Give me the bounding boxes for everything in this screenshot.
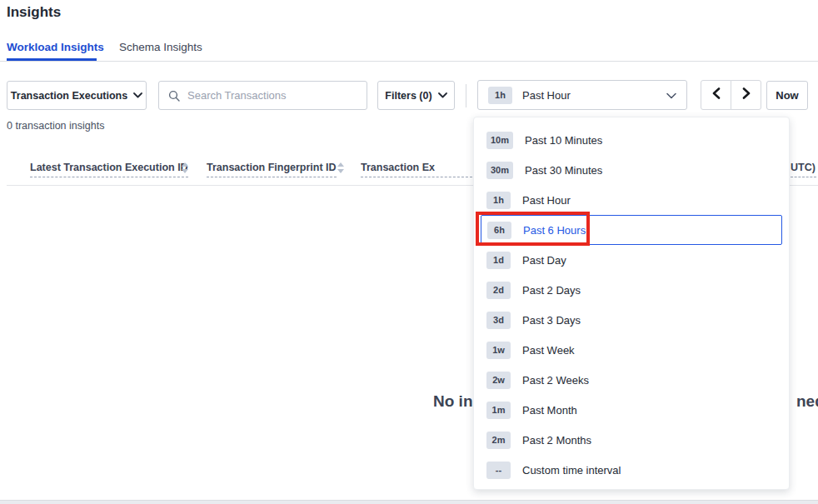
chevron-down-icon [666,87,676,102]
time-range-option[interactable]: 1d Past Day [474,245,789,275]
time-range-option[interactable]: 1m Past Month [474,395,789,425]
column-header-transaction-fingerprint-id[interactable]: Transaction Fingerprint ID [207,162,337,177]
next-range-button[interactable] [731,80,761,110]
now-button[interactable]: Now [766,81,808,110]
time-range-option[interactable]: 1w Past Week [474,335,789,365]
filters-button[interactable]: Filters (0) [377,81,455,110]
time-range-option-label: Custom time interval [522,464,621,477]
search-box[interactable] [158,81,367,110]
sort-icon[interactable] [182,162,188,176]
time-range-option-badge: 6h [487,222,511,239]
chevron-left-icon [711,87,721,102]
time-range-dropdown-menu: 10m Past 10 Minutes 30m Past 30 Minutes … [473,117,790,490]
time-range-option-label: Past 2 Weeks [522,374,589,387]
time-range-badge: 1h [488,87,512,104]
time-range-option-badge: -- [486,462,511,479]
empty-state-text-fragment-right: ned. [796,392,818,411]
time-range-option[interactable]: -- Custom time interval [474,455,789,485]
time-range-option-label: Past 2 Days [522,284,581,297]
time-range-option-badge: 10m [486,132,513,149]
time-range-option-label: Past 10 Minutes [525,134,602,147]
time-range-option-badge: 2d [486,282,511,299]
time-range-dropdown-trigger[interactable]: 1h Past Hour [477,80,687,110]
time-range-option[interactable]: 1h Past Hour [474,185,789,215]
time-range-option-label: Past Month [522,404,577,417]
sort-icon[interactable] [337,162,344,176]
transaction-type-label: Transaction Executions [11,90,127,102]
time-range-option-badge: 2m [486,432,511,449]
chevron-down-icon [438,92,447,98]
search-input[interactable] [187,89,346,102]
time-range-option-label: Past 30 Minutes [525,164,602,177]
tabs-divider [0,61,818,62]
time-range-option-label: Past Day [522,254,566,267]
time-range-option[interactable]: 3d Past 3 Days [474,305,789,335]
time-range-option[interactable]: 30m Past 30 Minutes [474,155,789,185]
time-range-option[interactable]: 2d Past 2 Days [474,275,789,305]
previous-range-button[interactable] [701,80,731,110]
time-range-option[interactable]: 6h Past 6 Hours [481,215,782,245]
time-range-option-badge: 1w [486,342,511,359]
time-range-option-label: Past 2 Months [522,434,591,447]
column-header-transaction-execution-truncated[interactable]: Transaction Ex [361,162,472,177]
time-range-step-group [701,80,761,110]
insights-count: 0 transaction insights [7,120,104,132]
time-range-option-badge: 1d [486,252,511,269]
column-header-utc-truncated[interactable]: UTC) [791,162,816,177]
tab-schema-insights[interactable]: Schema Insights [119,41,202,53]
insights-page: Insights Workload Insights Schema Insigh… [0,0,818,504]
column-header-latest-transaction-execution-id[interactable]: Latest Transaction Execution ID [30,162,188,177]
chevron-right-icon [741,87,751,102]
empty-state-text-fragment-left: No in [433,392,473,411]
time-range-option-label: Past 3 Days [522,314,581,327]
time-range-option-badge: 2w [486,372,511,389]
active-tab-underline [7,58,97,61]
page-title: Insights [7,4,61,21]
time-range-option-badge: 30m [486,162,513,179]
toolbar-divider [466,84,466,107]
time-range-option[interactable]: 10m Past 10 Minutes [474,125,789,155]
time-range-option-badge: 3d [486,312,511,329]
time-range-option-label: Past Hour [522,194,571,207]
tab-workload-insights[interactable]: Workload Insights [7,41,104,53]
bottom-edge-band [0,500,818,504]
time-range-option[interactable]: 2w Past 2 Weeks [474,365,789,395]
time-range-option-label: Past 6 Hours [523,224,586,237]
search-icon [168,90,180,102]
chevron-down-icon [133,92,142,98]
time-range-option-badge: 1m [486,402,511,419]
time-range-option-badge: 1h [486,192,511,209]
transaction-type-dropdown[interactable]: Transaction Executions [7,81,147,110]
time-range-option-label: Past Week [522,344,575,357]
time-range-option[interactable]: 2m Past 2 Months [474,425,789,455]
time-range-label: Past Hour [522,89,571,102]
filters-label: Filters (0) [385,90,431,102]
